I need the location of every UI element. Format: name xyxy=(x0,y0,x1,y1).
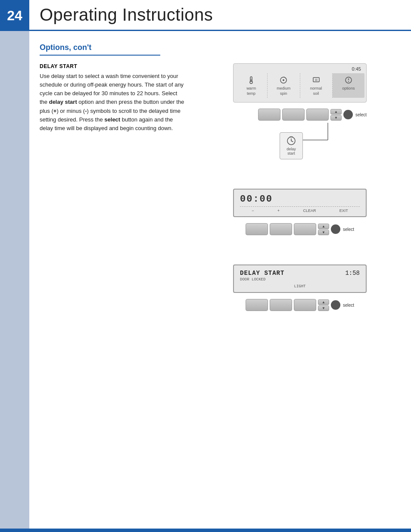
timer-clear-label: CLEAR xyxy=(303,208,316,213)
button-2a[interactable] xyxy=(246,223,268,235)
select-circle-2[interactable] xyxy=(331,224,340,234)
icon-label-normal-soil: normalsoil xyxy=(310,86,322,96)
right-column: 0:45 warmtemp xyxy=(199,63,401,311)
delay-start-box: delaystart xyxy=(280,132,303,159)
select-circle-3[interactable] xyxy=(331,300,340,310)
connector-section-1: ▲ ▼ select xyxy=(233,109,367,159)
up-button-1[interactable]: ▲ xyxy=(330,109,342,115)
icon-label-options: options xyxy=(342,86,355,91)
delay-start-heading: DELAY START xyxy=(40,63,186,69)
button-1a[interactable] xyxy=(258,109,280,121)
panel1-time: 0:45 xyxy=(235,66,364,72)
delay-start-label: delaystart xyxy=(286,147,296,156)
body-text: Use delay start to select a wash time co… xyxy=(40,72,186,133)
delay-start-display-time: 1:58 xyxy=(345,270,360,277)
button-row-3: ▲ ▼ select xyxy=(246,299,354,311)
light-label: LIGHT xyxy=(240,284,360,289)
svg-point-10 xyxy=(348,81,349,82)
delay-start-display-panel: DELAY START 1:58 DOOR LOCKED LIGHT xyxy=(233,264,367,293)
button-2c[interactable] xyxy=(294,223,316,235)
down-button-1[interactable]: ▼ xyxy=(330,115,342,121)
left-column: DELAY START Use delay start to select a … xyxy=(40,63,186,311)
up-button-2[interactable]: ▲ xyxy=(318,224,329,229)
button-1c[interactable] xyxy=(306,109,329,121)
sidebar xyxy=(0,0,29,532)
delay-start-title-row: DELAY START 1:58 xyxy=(240,270,360,277)
door-locked-label: DOOR LOCKED xyxy=(240,277,360,282)
timer-plus-label: + xyxy=(277,208,280,213)
icon-cell-options: options xyxy=(333,73,364,98)
icon-label-medium-spin: mediumspin xyxy=(277,86,290,96)
soil-icon xyxy=(312,76,321,84)
select-label-2: select xyxy=(343,227,354,232)
up-button-3[interactable]: ▲ xyxy=(318,299,329,305)
button-up-down-1: ▲ ▼ xyxy=(330,109,342,121)
page-number-box: 24 xyxy=(0,0,29,31)
icon-label-warm-temp: warmtemp xyxy=(246,86,256,96)
page-title: Operating Instructions xyxy=(40,5,213,25)
down-button-2[interactable]: ▼ xyxy=(318,230,329,235)
button-3b[interactable] xyxy=(270,299,292,311)
button-3a[interactable] xyxy=(246,299,268,311)
bottom-bar xyxy=(0,529,411,532)
selector-display-panel: 0:45 warmtemp xyxy=(233,63,367,103)
button-up-down-3: ▲ ▼ xyxy=(318,299,329,311)
select-label-1: select xyxy=(355,112,367,117)
page-number: 24 xyxy=(7,8,22,24)
options-icon xyxy=(344,76,353,84)
select-circle-1[interactable] xyxy=(343,110,353,119)
icon-cell-normal-soil: normalsoil xyxy=(300,73,333,98)
two-column-layout: DELAY START Use delay start to select a … xyxy=(40,63,401,311)
down-button-3[interactable]: ▼ xyxy=(318,305,329,311)
delay-start-display-title: DELAY START xyxy=(240,270,284,277)
button-row-2: ▲ ▼ select xyxy=(246,223,354,235)
select-label-3: select xyxy=(343,303,354,308)
delay-start-icon xyxy=(286,136,296,146)
button-up-down-2: ▲ ▼ xyxy=(318,224,329,235)
icon-cell-medium-spin: mediumspin xyxy=(268,73,300,98)
button-2b[interactable] xyxy=(270,223,292,235)
main-content: Options, con't DELAY START Use delay sta… xyxy=(29,31,411,532)
header: Operating Instructions xyxy=(29,0,411,31)
svg-rect-5 xyxy=(313,78,319,82)
svg-point-4 xyxy=(283,79,284,81)
panel1-icons-row: warmtemp mediumspin xyxy=(235,73,364,98)
timer-exit-label: EXIT xyxy=(339,208,348,213)
icon-cell-warm-temp: warmtemp xyxy=(235,73,268,98)
timer-minus-label: − xyxy=(252,208,254,213)
thermometer-icon xyxy=(247,76,255,84)
button-1b[interactable] xyxy=(282,109,305,121)
section-title: Options, con't xyxy=(40,43,160,56)
timer-display: 00:00 xyxy=(240,194,273,205)
button-row-1: ▲ ▼ select xyxy=(233,109,367,121)
timer-display-panel: 00:00 − + CLEAR EXIT xyxy=(233,189,367,217)
timer-top-row: 00:00 xyxy=(240,194,360,205)
timer-buttons-row: − + CLEAR EXIT xyxy=(240,206,360,213)
spin-icon xyxy=(279,76,288,84)
button-3c[interactable] xyxy=(294,299,316,311)
